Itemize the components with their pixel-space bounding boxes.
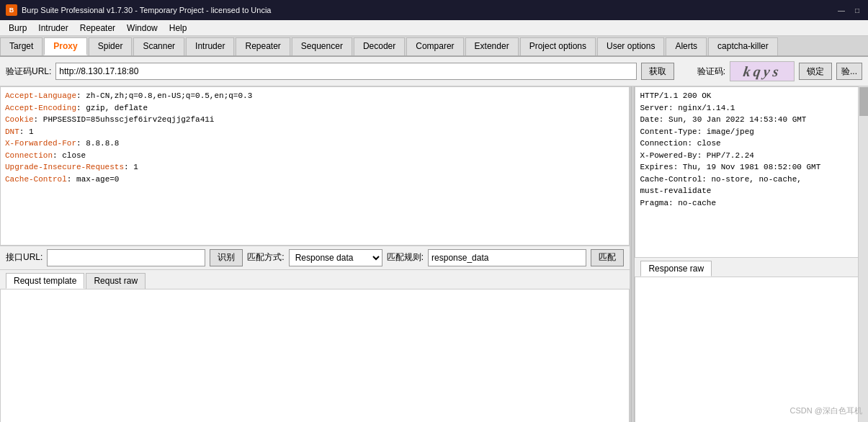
tab-user-options[interactable]: User options (597, 37, 664, 55)
menu-intruder[interactable]: Intruder (32, 22, 73, 35)
tab-project-options[interactable]: Project options (520, 37, 596, 55)
response-scrollbar[interactable] (858, 86, 868, 422)
left-panel: Accept-Language: zh-CN,zh;q=0.8,en-US;q=… (0, 86, 631, 422)
subtab-response-raw[interactable]: Response raw (640, 261, 712, 277)
response-line-2: Date: Sun, 30 Jan 2022 14:53:40 GMT (640, 114, 856, 126)
captcha-display: 验证码: kqys 锁定 验... (697, 61, 862, 81)
tab-target[interactable]: Target (0, 37, 42, 55)
request-line-0: Accept-Language: zh-CN,zh;q=0.8,en-US;q=… (5, 90, 625, 102)
request-line-5: Connection: close (5, 150, 625, 162)
tab-spider[interactable]: Spider (89, 37, 133, 55)
bottom-controls: 接口URL: 识别 匹配方式: Response data Response h… (0, 246, 630, 270)
tab-repeater[interactable]: Repeater (236, 37, 290, 55)
main-content: 验证码URL: 获取 验证码: kqys 锁定 验... Accept-Lang… (0, 57, 868, 422)
interface-url-label: 接口URL: (6, 251, 42, 264)
subtab-row-left: Requst template Requst raw (0, 270, 630, 289)
match-button[interactable]: 匹配 (591, 249, 624, 266)
fetch-button[interactable]: 获取 (641, 63, 674, 80)
tab-intruder[interactable]: Intruder (186, 37, 234, 55)
response-line-6: Expires: Thu, 19 Nov 1981 08:52:00 GMT (640, 161, 856, 174)
interface-url-input[interactable] (47, 249, 205, 266)
subtab-request-template[interactable]: Requst template (6, 273, 84, 289)
identify-button[interactable]: 识别 (210, 249, 243, 266)
response-raw-area[interactable] (635, 277, 868, 423)
request-template-area[interactable] (0, 289, 630, 423)
tab-sequencer[interactable]: Sequencer (292, 37, 352, 55)
tab-scanner[interactable]: Scanner (133, 37, 184, 55)
response-line-4: Connection: close (640, 138, 856, 150)
tab-comparer[interactable]: Comparer (406, 37, 463, 55)
request-area[interactable]: Accept-Language: zh-CN,zh;q=0.8,en-US;q=… (0, 86, 630, 246)
response-line-7: Cache-Control: no-store, no-cache, (640, 174, 856, 186)
menu-help[interactable]: Help (164, 22, 193, 35)
captcha-url-row: 验证码URL: 获取 验证码: kqys 锁定 验... (0, 57, 868, 86)
subtab-request-raw[interactable]: Requst raw (86, 273, 146, 289)
match-method-select[interactable]: Response data Response header Response b… (289, 249, 382, 266)
request-line-6: Upgrade-Insecure-Requests: 1 (5, 161, 625, 174)
tab-decoder[interactable]: Decoder (354, 37, 405, 55)
scrollbar-thumb[interactable] (859, 87, 868, 116)
request-line-7: Cache-Control: max-age=0 (5, 174, 625, 186)
request-line-2: Cookie: PHPSESSID=85uhsscjef6irv2eqjjg2f… (5, 114, 625, 126)
restore-button[interactable]: □ (852, 5, 862, 15)
response-line-1: Server: nginx/1.14.1 (640, 102, 856, 115)
tab-captcha-killer[interactable]: captcha-killer (708, 37, 778, 55)
panels-container: Accept-Language: zh-CN,zh;q=0.8,en-US;q=… (0, 86, 868, 422)
right-panel: HTTP/1.1 200 OK Server: nginx/1.14.1 Dat… (635, 86, 868, 422)
menu-window[interactable]: Window (121, 22, 164, 35)
title-bar: B Burp Suite Professional v1.7.30 - Temp… (0, 0, 868, 20)
response-line-0: HTTP/1.1 200 OK (640, 90, 856, 102)
lock-button[interactable]: 锁定 (799, 63, 832, 80)
tab-alerts[interactable]: Alerts (666, 37, 707, 55)
subtab-row-right: Response raw (635, 258, 868, 277)
captcha-url-input[interactable] (55, 63, 636, 80)
verify-button[interactable]: 验... (836, 63, 862, 80)
menu-repeater[interactable]: Repeater (74, 22, 121, 35)
match-rule-input[interactable] (428, 249, 586, 266)
response-line-9: Pragma: no-cache (640, 197, 856, 210)
response-line-8: must-revalidate (640, 185, 856, 197)
menu-bar: Burp Intruder Repeater Window Help (0, 20, 868, 36)
watermark: CSDN @深白色耳机 (790, 405, 862, 416)
response-line-3: Content-Type: image/jpeg (640, 126, 856, 138)
request-line-4: X-Forwarded-For: 8.8.8.8 (5, 138, 625, 150)
minimize-button[interactable]: — (836, 5, 846, 15)
app-logo: B (6, 4, 17, 16)
captcha-url-label: 验证码URL: (6, 66, 51, 78)
response-area[interactable]: HTTP/1.1 200 OK Server: nginx/1.14.1 Dat… (635, 86, 868, 258)
response-line-5: X-Powered-By: PHP/7.2.24 (640, 150, 856, 162)
menu-burp[interactable]: Burp (3, 22, 32, 35)
tab-bar: Target Proxy Spider Scanner Intruder Rep… (0, 36, 868, 57)
window-title: Burp Suite Professional v1.7.30 - Tempor… (22, 6, 836, 14)
captcha-code-label: 验证码: (697, 66, 725, 78)
request-line-3: DNT: 1 (5, 126, 625, 138)
captcha-image: kqys (730, 61, 795, 81)
request-line-1: Accept-Encoding: gzip, deflate (5, 102, 625, 115)
match-rule-label: 匹配规则: (387, 251, 424, 264)
tab-extender[interactable]: Extender (465, 37, 519, 55)
match-method-label: 匹配方式: (247, 251, 284, 264)
tab-proxy[interactable]: Proxy (44, 37, 86, 55)
window-controls: — □ (836, 5, 862, 15)
